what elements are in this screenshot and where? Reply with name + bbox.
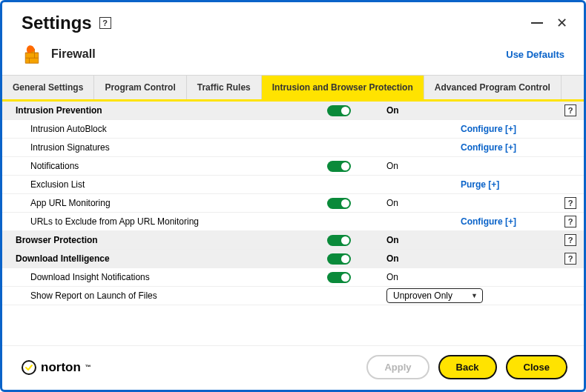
state-notifications: On — [386, 161, 461, 171]
state-app-url-monitoring: On — [386, 198, 461, 208]
close-icon[interactable]: ✕ — [556, 16, 567, 30]
page-title: Settings — [22, 13, 92, 33]
label-urls-exclude: URLs to Exclude from App URL Monitoring — [16, 216, 327, 227]
label-download-insight-notifications: Download Insight Notifications — [16, 272, 327, 282]
brand-check-icon — [22, 360, 36, 375]
section-title: Firewall — [51, 47, 96, 61]
select-show-report[interactable]: Unproven Only ▼ — [386, 288, 483, 303]
help-icon[interactable]: ? — [564, 104, 576, 116]
tab-traffic-rules[interactable]: Traffic Rules — [187, 76, 262, 99]
section-left: Firewall — [22, 44, 96, 64]
tab-program-control[interactable]: Program Control — [94, 76, 186, 99]
configure-urls-exclude[interactable]: Configure [+] — [461, 216, 562, 227]
use-defaults-link[interactable]: Use Defaults — [506, 49, 564, 60]
firewall-icon — [22, 44, 42, 64]
configure-intrusion-autoblock[interactable]: Configure [+] — [461, 124, 562, 134]
label-show-report: Show Report on Launch of Files — [16, 290, 327, 301]
toggle-intrusion-prevention[interactable] — [327, 105, 351, 116]
minimize-icon[interactable] — [531, 22, 543, 24]
label-intrusion-prevention: Intrusion Prevention — [16, 105, 327, 116]
row-show-report: Show Report on Launch of Files Unproven … — [2, 287, 584, 305]
row-app-url-monitoring: App URL Monitoring On ? — [2, 194, 584, 213]
state-browser-protection: On — [386, 235, 461, 245]
label-notifications: Notifications — [16, 161, 327, 171]
brand-tm: ™ — [85, 364, 91, 371]
close-button[interactable]: Close — [506, 355, 567, 379]
state-intrusion-prevention: On — [386, 105, 461, 116]
toggle-notifications[interactable] — [327, 161, 351, 172]
brand: norton™ — [22, 360, 91, 375]
tab-general-settings[interactable]: General Settings — [2, 76, 94, 99]
title-help-icon[interactable]: ? — [99, 17, 111, 29]
titlebar: Settings ? ✕ — [2, 2, 584, 36]
footer-buttons: Apply Back Close — [366, 355, 567, 379]
apply-button[interactable]: Apply — [366, 355, 429, 379]
configure-intrusion-signatures[interactable]: Configure [+] — [461, 142, 562, 153]
select-show-report-value: Unproven Only — [393, 290, 452, 301]
row-intrusion-signatures: Intrusion Signatures Configure [+] — [2, 139, 584, 157]
tab-advanced-program-control[interactable]: Advanced Program Control — [424, 76, 562, 99]
toggle-download-insight-notifications[interactable] — [327, 272, 351, 283]
window-controls: ✕ — [531, 16, 567, 30]
label-intrusion-signatures: Intrusion Signatures — [16, 142, 327, 153]
row-download-intelligence: Download Intelligence On ? — [2, 250, 584, 268]
label-exclusion-list: Exclusion List — [16, 179, 327, 190]
settings-window: Settings ? ✕ Firewall Use Defaults Gener… — [0, 0, 586, 392]
row-exclusion-list: Exclusion List Purge [+] — [2, 176, 584, 194]
section-header: Firewall Use Defaults — [2, 36, 584, 75]
back-button[interactable]: Back — [438, 355, 497, 379]
brand-name: norton — [41, 360, 81, 375]
help-icon[interactable]: ? — [564, 234, 576, 246]
title-left: Settings ? — [22, 13, 111, 33]
row-browser-protection: Browser Protection On ? — [2, 231, 584, 250]
row-notifications: Notifications On — [2, 157, 584, 176]
chevron-down-icon: ▼ — [471, 292, 478, 299]
label-app-url-monitoring: App URL Monitoring — [16, 198, 327, 208]
label-download-intelligence: Download Intelligence — [16, 253, 327, 264]
row-download-insight-notifications: Download Insight Notifications On — [2, 268, 584, 287]
label-intrusion-autoblock: Intrusion AutoBlock — [16, 124, 327, 134]
settings-grid: Intrusion Prevention On ? Intrusion Auto… — [2, 102, 584, 345]
footer: norton™ Apply Back Close — [2, 345, 584, 390]
tab-spacer — [562, 76, 584, 99]
row-urls-exclude: URLs to Exclude from App URL Monitoring … — [2, 213, 584, 231]
row-intrusion-prevention: Intrusion Prevention On ? — [2, 102, 584, 120]
tab-intrusion-browser-protection[interactable]: Intrusion and Browser Protection — [262, 76, 424, 99]
row-intrusion-autoblock: Intrusion AutoBlock Configure [+] — [2, 120, 584, 139]
toggle-browser-protection[interactable] — [327, 235, 351, 246]
state-download-insight-notifications: On — [386, 272, 461, 282]
help-icon[interactable]: ? — [564, 216, 576, 227]
state-download-intelligence: On — [386, 253, 461, 264]
help-icon[interactable]: ? — [564, 253, 576, 265]
toggle-download-intelligence[interactable] — [327, 253, 351, 265]
tab-bar: General Settings Program Control Traffic… — [2, 75, 584, 102]
label-browser-protection: Browser Protection — [16, 235, 327, 245]
toggle-app-url-monitoring[interactable] — [327, 198, 351, 209]
purge-exclusion-list[interactable]: Purge [+] — [461, 179, 562, 190]
help-icon[interactable]: ? — [564, 197, 576, 209]
